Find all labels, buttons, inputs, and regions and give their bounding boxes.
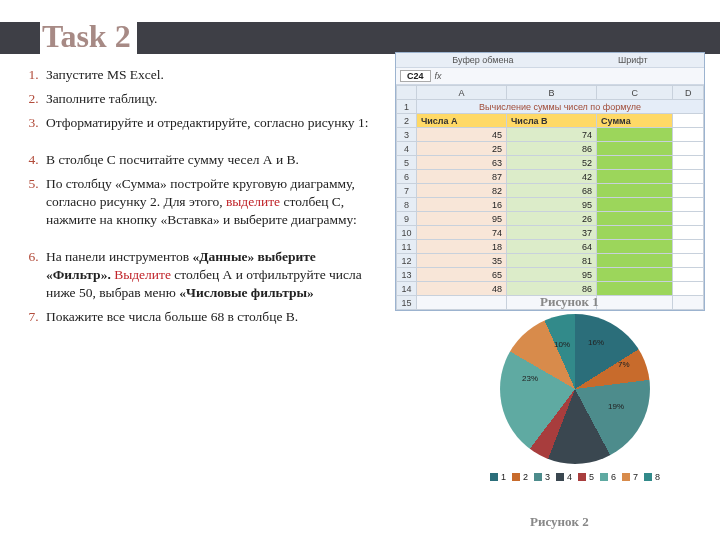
cell: 68 [507,184,597,198]
task-item-3: Отформатируйте и отредактируйте, согласн… [42,114,380,132]
cell [673,212,704,226]
task-item-5: По столбцу «Сумма» постройте круговую ди… [42,175,380,230]
cell [673,268,704,282]
cell: 42 [507,170,597,184]
col-title: Числа А [417,114,507,128]
cell: 95 [507,198,597,212]
cell: 52 [507,156,597,170]
bold: «Числовые фильтры» [179,285,314,300]
cell: 63 [417,156,507,170]
cell: 26 [507,212,597,226]
cell: 37 [507,226,597,240]
cell: 87 [417,170,507,184]
slice-label: 10% [554,340,570,349]
row-header: 7 [397,184,417,198]
figure1-caption: Рисунок 1 [540,294,599,310]
cell [597,240,673,254]
cell: 35 [417,254,507,268]
legend-label: 7 [633,472,638,482]
cell: 86 [507,142,597,156]
cell [597,198,673,212]
cell [673,296,704,310]
cell [597,156,673,170]
excel-namebox-row: C24 fx [396,68,704,85]
cell: 74 [507,128,597,142]
cell: 25 [417,142,507,156]
cell [417,296,507,310]
legend-item: 1 [490,472,506,482]
fx-icon: fx [435,71,442,81]
name-box: C24 [400,70,431,82]
task-item-7: Покажите все числа больше 68 в столбце В… [42,308,380,326]
col-header: D [673,86,704,100]
legend-item: 3 [534,472,550,482]
col-header: B [507,86,597,100]
ribbon-group: Шрифт [618,55,648,65]
cell [597,128,673,142]
col-header: C [597,86,673,100]
legend-label: 4 [567,472,572,482]
row-header: 4 [397,142,417,156]
task-item-4: В столбце С посчитайте сумму чесел А и В… [42,151,380,169]
col-title: Числа В [507,114,597,128]
pie-legend: 1 2 3 4 5 6 7 8 [470,472,680,482]
cell: 81 [507,254,597,268]
col-title: Сумма [597,114,673,128]
row-header: 15 [397,296,417,310]
figure2: 16% 7% 19% 23% 10% 1 2 3 4 5 6 7 8 [470,314,680,482]
task-item-2: Заполните таблицу. [42,90,380,108]
cell [673,240,704,254]
slide: Task 2 Запустите MS Excel. Заполните таб… [0,0,720,540]
legend-label: 2 [523,472,528,482]
cell [673,184,704,198]
legend-label: 8 [655,472,660,482]
cell: 18 [417,240,507,254]
cell [673,114,704,128]
cell [673,198,704,212]
text: На панели инструментов [46,249,193,264]
excel-figure: Буфер обмена Шрифт C24 fx A B C D 1 Вычи… [395,52,705,311]
cell: 74 [417,226,507,240]
row-header: 5 [397,156,417,170]
pie-chart: 16% 7% 19% 23% 10% [500,314,650,464]
row-header: 3 [397,128,417,142]
cell: 64 [507,240,597,254]
cell [673,170,704,184]
slice-label: 7% [618,360,630,369]
excel-ribbon: Буфер обмена Шрифт [396,53,704,68]
cell [597,170,673,184]
cell [597,268,673,282]
cell [597,296,673,310]
row-header: 9 [397,212,417,226]
task-item-6: На панели инструментов «Данные» выберите… [42,248,380,303]
cell [597,254,673,268]
title-row: Вычисление суммы чисел по формуле [417,100,704,114]
row-header: 11 [397,240,417,254]
slice-label: 19% [608,402,624,411]
corner [397,86,417,100]
col-header: A [417,86,507,100]
cell: 16 [417,198,507,212]
ribbon-group: Буфер обмена [452,55,513,65]
cell: 65 [417,268,507,282]
legend-item: 5 [578,472,594,482]
slice-label: 23% [522,374,538,383]
legend-item: 7 [622,472,638,482]
slice-label: 16% [588,338,604,347]
cell [597,184,673,198]
task-item-1: Запустите MS Excel. [42,66,380,84]
cell [673,282,704,296]
cell [673,142,704,156]
row-header: 14 [397,282,417,296]
row-header: 13 [397,268,417,282]
row-header: 1 [397,100,417,114]
cell [673,254,704,268]
legend-label: 5 [589,472,594,482]
cell [597,142,673,156]
cell [597,226,673,240]
legend-item: 6 [600,472,616,482]
spreadsheet: A B C D 1 Вычисление суммы чисел по форм… [396,85,704,310]
cell: 95 [417,212,507,226]
cell: 45 [417,128,507,142]
row-header: 10 [397,226,417,240]
